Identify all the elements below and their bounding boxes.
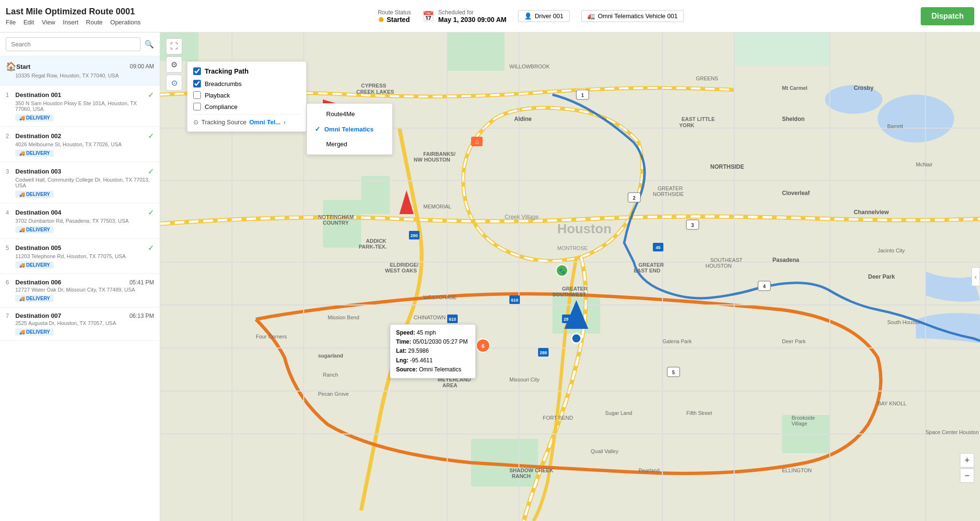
svg-text:Pecan Grove: Pecan Grove <box>318 391 349 397</box>
svg-text:EAST END: EAST END <box>634 268 661 273</box>
svg-text:Deer Park: Deer Park <box>868 273 895 280</box>
tooltip-source: Source: Omni Telematics <box>396 365 470 374</box>
svg-rect-39 <box>471 137 483 146</box>
source-item-omni[interactable]: ✓ Omni Telematics <box>307 121 392 137</box>
stop-item-5[interactable]: 5 Destination 005 ✓ 11203 Telephone Rd, … <box>0 239 160 274</box>
svg-text:CYPRESS: CYPRESS <box>361 83 386 88</box>
svg-text:Channelview: Channelview <box>854 209 889 216</box>
calendar-icon: 📅 <box>422 11 434 22</box>
tooltip-lng: Lng: -95.4611 <box>396 356 470 365</box>
tracking-source-icon: ⊙ <box>193 119 198 126</box>
fullscreen-button[interactable]: ⛶ <box>166 38 182 54</box>
header-title-section: Last Mile Optimized Route 0001 File Edit… <box>6 7 141 26</box>
vehicle-pill[interactable]: 🚛 Omni Telematics Vehicle 001 <box>581 10 684 22</box>
map-area[interactable]: 1 2 3 4 5 6 ⌂ 🐾 CYPRESS <box>160 33 980 521</box>
driver-icon: 👤 <box>524 12 532 20</box>
delivery-badge-2: 🚚 DELIVERY <box>15 150 54 157</box>
menu-file[interactable]: File <box>6 19 16 26</box>
zoom-in-button[interactable]: + <box>960 453 974 467</box>
tracking-source-row[interactable]: ⊙ Tracking Source Omni Tel... › <box>193 114 300 126</box>
svg-text:NW HOUSTON: NW HOUSTON <box>414 157 450 163</box>
svg-text:Aldine: Aldine <box>514 116 532 122</box>
status-text: Started <box>386 16 409 23</box>
delivery-badge-5: 🚚 DELIVERY <box>15 261 54 269</box>
stop-item-2[interactable]: 2 Destination 002 ✓ 4026 Melbourne St, H… <box>0 127 160 162</box>
menu-edit[interactable]: Edit <box>23 19 34 26</box>
stop-time-7: 06:13 PM <box>130 313 154 319</box>
compliance-checkbox[interactable] <box>193 103 201 110</box>
stop-item-7[interactable]: 7 Destination 007 06:13 PM 2525 Augusta … <box>0 307 160 341</box>
menu-insert[interactable]: Insert <box>63 19 78 26</box>
tooltip-lat-value: 29.5986 <box>408 347 429 354</box>
svg-text:Mt Carmel: Mt Carmel <box>782 85 807 91</box>
search-icon[interactable]: 🔍 <box>144 40 154 49</box>
search-input[interactable] <box>6 37 141 51</box>
stop-item-start[interactable]: 🏠 Start 09:00 AM 10335 Regal Row, Housto… <box>0 56 160 86</box>
svg-point-41 <box>556 265 568 276</box>
svg-text:🐾: 🐾 <box>559 268 565 274</box>
stop-item-1[interactable]: 1 Destination 001 ✓ 350 N Sam Houston Pk… <box>0 86 160 127</box>
svg-rect-10 <box>782 415 830 453</box>
menu-operations[interactable]: Operations <box>110 19 141 26</box>
source-item-merged[interactable]: Merged <box>307 137 392 152</box>
svg-point-2 <box>825 85 882 114</box>
source-route4me-label: Route4Me <box>326 110 355 118</box>
tracking-source-value: Omni Tel... <box>249 119 281 126</box>
collapse-sidebar-button[interactable]: ‹ <box>971 267 980 286</box>
svg-text:CREEK LAKES: CREEK LAKES <box>356 89 394 95</box>
stop-num-6: 6 <box>6 279 12 286</box>
stop-time-start: 09:00 AM <box>130 63 154 70</box>
svg-text:Pasadena: Pasadena <box>772 257 799 263</box>
tooltip-lat: Lat: 29.5986 <box>396 347 470 356</box>
scheduled-label: Scheduled for <box>438 9 507 16</box>
svg-rect-6 <box>323 200 361 248</box>
svg-text:4: 4 <box>763 284 766 289</box>
start-home-icon: 🏠 <box>6 61 16 72</box>
tracking-path-label: Tracking Path <box>205 67 249 75</box>
breadcrumbs-checkbox[interactable] <box>193 80 201 87</box>
svg-point-1 <box>878 95 954 142</box>
svg-text:45: 45 <box>656 245 661 250</box>
search-bar: 🔍 <box>0 33 160 56</box>
svg-point-26 <box>572 334 581 343</box>
vehicle-icon: 🚛 <box>587 12 595 20</box>
compliance-row: Compliance <box>193 103 300 110</box>
svg-text:1: 1 <box>581 93 584 98</box>
svg-text:Quail Valley: Quail Valley <box>591 448 618 454</box>
tooltip-speed: Speed: 45 mph <box>396 328 470 337</box>
stop-name-6: Destination 006 <box>15 279 130 286</box>
tracking-source-label: Tracking Source <box>201 119 246 126</box>
svg-text:SHADOW CREEK: SHADOW CREEK <box>509 467 553 473</box>
playback-checkbox[interactable] <box>193 91 201 99</box>
source-item-route4me[interactable]: Route4Me <box>307 107 392 121</box>
svg-text:AREA: AREA <box>442 382 457 388</box>
svg-text:BAY KNOLL: BAY KNOLL <box>878 401 906 406</box>
svg-text:GREENS: GREENS <box>696 76 718 81</box>
svg-text:6: 6 <box>482 343 484 349</box>
stop-item-6[interactable]: 6 Destination 006 05:41 PM 12727 Water O… <box>0 274 160 307</box>
zoom-out-button[interactable]: − <box>960 468 974 483</box>
tracking-button[interactable]: ⊙ <box>166 75 182 91</box>
vehicle-label: Omni Telematics Vehicle 001 <box>598 12 678 20</box>
svg-text:McNair: McNair <box>916 162 933 167</box>
stop-address-5: 11203 Telephone Rd, Houston, TX 77075, U… <box>15 253 154 259</box>
svg-text:Missouri City: Missouri City <box>509 377 540 382</box>
svg-text:Deer Park: Deer Park <box>782 338 806 344</box>
stop-address-1: 350 N Sam Houston Pkwy E Ste 101A, Houst… <box>15 100 154 112</box>
source-omni-label: Omni Telematics <box>324 126 374 133</box>
stop-address-3: Codwell Hall, Community College Dr, Hous… <box>15 177 154 188</box>
stop-item-3[interactable]: 3 Destination 003 ✓ Codwell Hall, Commun… <box>0 162 160 203</box>
check-icon-4: ✓ <box>148 208 154 217</box>
svg-rect-31 <box>686 220 699 229</box>
dispatch-button[interactable]: Dispatch <box>921 7 974 25</box>
driver-pill[interactable]: 👤 Driver 001 <box>518 10 570 22</box>
tooltip-speed-label: Speed: <box>396 329 415 336</box>
stop-time-6: 05:41 PM <box>130 279 154 286</box>
menu-view[interactable]: View <box>42 19 55 26</box>
menu-route[interactable]: Route <box>86 19 103 26</box>
svg-text:CHINATOWN: CHINATOWN <box>414 315 446 320</box>
svg-text:Houston: Houston <box>557 221 612 236</box>
stop-item-4[interactable]: 4 Destination 004 ✓ 3702 Dumbarton Rd, P… <box>0 203 160 239</box>
settings-button[interactable]: ⚙ <box>166 56 182 73</box>
tracking-path-checkbox[interactable] <box>193 67 201 75</box>
